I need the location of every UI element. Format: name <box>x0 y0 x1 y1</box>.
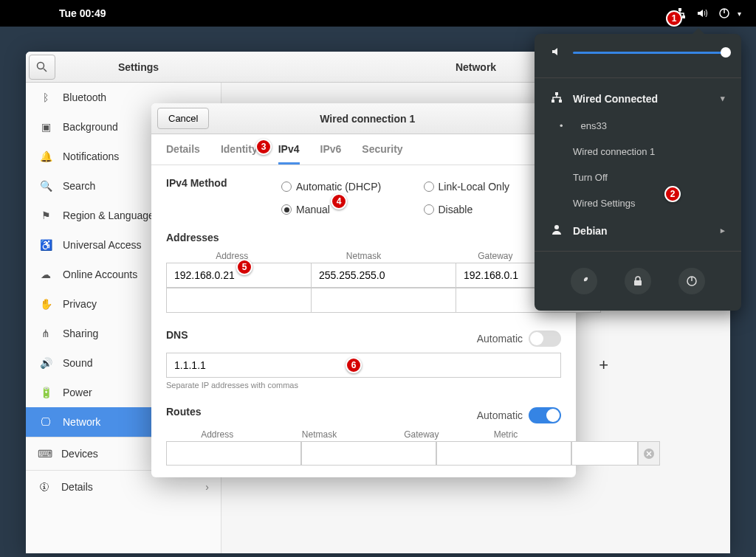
route-gateway-input[interactable] <box>436 441 571 466</box>
volume-mute-icon[interactable] <box>551 46 563 60</box>
monitor-icon: 🖵 <box>39 416 52 428</box>
battery-icon: 🔋 <box>39 387 52 398</box>
system-tray[interactable]: ▾ <box>674 7 741 19</box>
tab-ipv4[interactable]: IPv4 <box>278 143 300 165</box>
dns-auto-toggle[interactable] <box>529 331 561 347</box>
route-delete-button[interactable] <box>638 441 660 466</box>
dns-hint: Separate IP addresses with commas <box>166 381 561 390</box>
dialog-header: Cancel Wired connection 1 <box>151 103 576 134</box>
wired-connection-item[interactable]: Wired connection 1 <box>535 139 741 165</box>
svg-point-5 <box>38 62 44 69</box>
route-netmask-input[interactable] <box>301 441 436 466</box>
tab-details[interactable]: Details <box>166 143 200 165</box>
speaker-icon: 🔊 <box>39 357 52 369</box>
connection-dialog: Cancel Wired connection 1 Details Identi… <box>151 103 576 477</box>
radio-icon <box>424 204 434 215</box>
sidebar-label: Power <box>63 387 92 398</box>
add-connection-button[interactable]: + <box>599 356 608 375</box>
netmask-input-1[interactable] <box>311 288 456 313</box>
share-icon: ⋔ <box>39 328 52 339</box>
method-automatic[interactable]: Automatic (DHCP) <box>281 181 419 193</box>
annotation-2: 2 <box>664 186 681 202</box>
col-netmask: Netmask <box>298 251 429 261</box>
method-manual[interactable]: Manual <box>281 204 419 215</box>
hand-icon: ✋ <box>39 298 52 310</box>
wrench-icon <box>578 275 590 287</box>
tab-security[interactable]: Security <box>362 143 402 165</box>
user-icon <box>551 224 563 238</box>
lock-icon <box>632 275 644 287</box>
bluetooth-icon: ᛒ <box>39 91 52 103</box>
wired-iface[interactable]: •ens33 <box>535 113 741 139</box>
cloud-icon: ☁ <box>39 269 52 280</box>
dns-input[interactable] <box>166 353 561 378</box>
route-address-input[interactable] <box>166 441 301 466</box>
netmask-input-0[interactable] <box>311 263 456 288</box>
sidebar-label: Network <box>63 416 100 428</box>
power-action[interactable] <box>678 268 705 294</box>
col-address: Address <box>166 251 298 261</box>
sidebar-label: Privacy <box>63 298 97 310</box>
close-icon <box>643 448 655 460</box>
address-input-1[interactable] <box>166 288 311 313</box>
routes-auto-toggle[interactable] <box>529 407 561 423</box>
settings-action[interactable] <box>571 268 597 294</box>
bell-icon: 🔔 <box>39 151 52 162</box>
radio-icon <box>281 181 292 192</box>
sidebar-header-title: Settings <box>55 61 221 73</box>
volume-slider[interactable] <box>573 52 725 54</box>
search-icon <box>36 61 48 73</box>
sidebar-label: Sound <box>63 357 92 369</box>
addresses-label: Addresses <box>166 232 561 243</box>
svg-point-11 <box>554 225 559 229</box>
rcol-address: Address <box>166 429 268 440</box>
sidebar-label: Search <box>63 180 95 192</box>
dns-auto-label: Automatic <box>477 333 523 345</box>
svg-rect-8 <box>555 92 558 95</box>
wired-turn-off[interactable]: Turn Off <box>535 165 741 190</box>
sidebar-label: Background <box>63 121 118 133</box>
dns-label: DNS <box>166 329 188 341</box>
dialog-body: IPv4 Method Automatic (DHCP) Link-Local … <box>151 165 576 477</box>
flag-icon: ⚑ <box>39 210 52 221</box>
radio-icon <box>424 181 434 192</box>
tab-identity[interactable]: Identity <box>221 143 258 165</box>
sidebar-label: Bluetooth <box>63 91 106 103</box>
search-icon: 🔍 <box>39 180 52 192</box>
routes-label: Routes <box>166 406 201 418</box>
sidebar-label: Notifications <box>63 151 119 162</box>
rcol-metric: Metric <box>472 429 539 440</box>
background-icon: ▣ <box>39 121 52 133</box>
svg-rect-0 <box>678 8 681 11</box>
wired-settings-item[interactable]: Wired Settings <box>535 190 741 216</box>
annotation-1: 1 <box>666 10 682 27</box>
annotation-6: 6 <box>346 357 362 373</box>
routes-auto-label: Automatic <box>477 409 523 421</box>
lock-action[interactable] <box>625 268 651 294</box>
volume-icon[interactable] <box>696 7 708 19</box>
sidebar-label: Sharing <box>63 328 98 339</box>
annotation-4: 4 <box>331 193 347 210</box>
network-wired-icon <box>551 91 563 105</box>
wired-header[interactable]: Wired Connected ▾ <box>535 84 741 113</box>
sidebar-label: Universal Access <box>63 239 142 251</box>
chevron-down-icon: ▾ <box>721 94 725 103</box>
svg-line-6 <box>44 69 47 72</box>
svg-rect-12 <box>634 280 642 286</box>
power-icon[interactable] <box>718 7 730 19</box>
radio-icon <box>281 204 292 215</box>
route-metric-input[interactable] <box>571 441 638 466</box>
search-button[interactable] <box>29 55 55 80</box>
system-menu: Wired Connected ▾ •ens33 Wired connectio… <box>535 34 741 311</box>
annotation-3: 3 <box>255 139 272 155</box>
svg-rect-10 <box>559 100 562 103</box>
chevron-right-icon: › <box>205 481 209 493</box>
ipv4-method-label: IPv4 Method <box>166 177 277 189</box>
dialog-title: Wired connection 1 <box>165 113 570 125</box>
clock[interactable]: Tue 00:49 <box>59 7 106 19</box>
tab-ipv6[interactable]: IPv6 <box>320 143 342 165</box>
tray-chevron-icon[interactable]: ▾ <box>738 10 741 18</box>
sidebar-label: Online Accounts <box>63 269 137 280</box>
rcol-gateway: Gateway <box>371 429 472 440</box>
user-item[interactable]: Debian ▸ <box>535 216 741 245</box>
